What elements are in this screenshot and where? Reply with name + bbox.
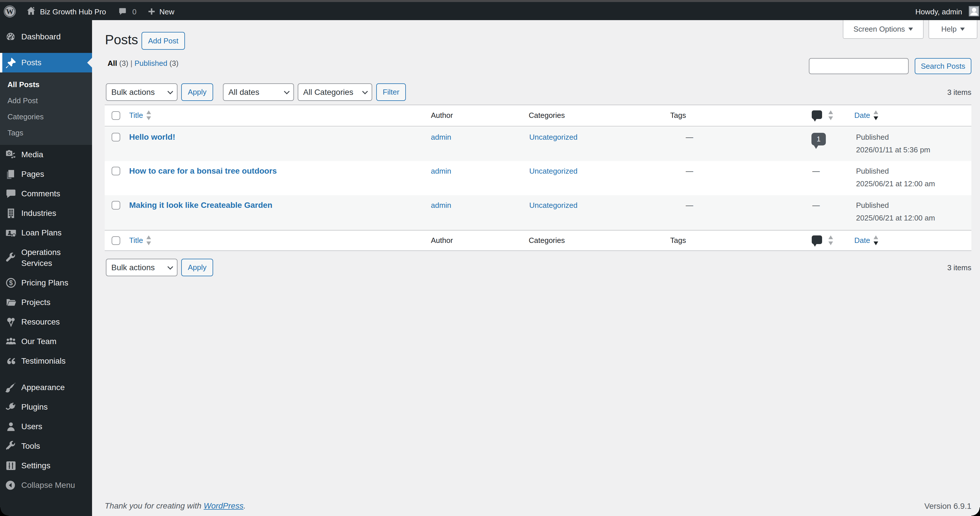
svg-text:$: $ [9, 279, 13, 287]
svg-text:W: W [6, 8, 14, 16]
